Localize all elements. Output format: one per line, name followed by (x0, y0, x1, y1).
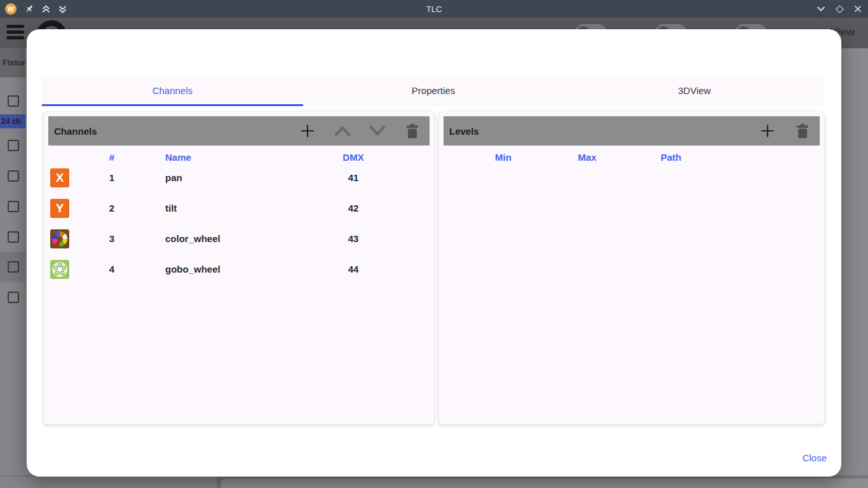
channel-name: pan (165, 163, 299, 193)
channels-panel-title: Channels (54, 126, 97, 137)
fixture-checkbox[interactable] (8, 95, 19, 107)
bottom-panel-right (221, 478, 868, 488)
add-level-button[interactable] (759, 123, 776, 139)
close-button[interactable]: Close (803, 452, 827, 463)
minimize-icon[interactable] (817, 5, 825, 13)
col-header-min: Min (461, 149, 545, 166)
fixture-checkbox[interactable] (8, 292, 19, 303)
fixture-checkbox[interactable] (8, 201, 19, 212)
gobo-wheel-icon (50, 260, 69, 281)
channel-name: tilt (165, 193, 299, 224)
hamburger-menu-icon[interactable] (6, 25, 24, 42)
levels-panel-title: Levels (449, 126, 479, 137)
channels-panel: Channels (43, 111, 435, 424)
channel-row[interactable]: 3 color_wheel 43 (48, 224, 430, 254)
delete-level-button[interactable] (794, 123, 811, 139)
channel-dmx: 41 (302, 163, 404, 193)
col-header-max: Max (545, 149, 629, 166)
channel-dmx: 42 (302, 193, 404, 224)
add-channel-button[interactable] (299, 123, 316, 139)
fixture-checkbox[interactable] (8, 231, 19, 243)
dialog-tabbar: Channels Properties 3DView (42, 76, 825, 106)
channel-number: 3 (86, 224, 137, 254)
profile-dialog: "SCN-800" - "Default" profile Channels P… (27, 29, 841, 477)
shade-up-icon[interactable] (42, 5, 50, 13)
fixture-checkbox[interactable] (8, 140, 19, 151)
window-title: TLC (0, 4, 868, 14)
move-channel-up-button[interactable] (334, 123, 351, 139)
channel-dmx: 43 (302, 224, 404, 254)
channels-rows: X 1 pan 41 Y 2 tilt 42 3 color_wheel 43 (48, 163, 430, 285)
shade-down-icon[interactable] (58, 5, 67, 13)
delete-channel-button[interactable] (404, 123, 421, 139)
fixture-checkbox[interactable] (8, 170, 19, 182)
channel-dmx: 44 (302, 254, 404, 285)
fixtures-sidebar-dimmed: Fixtures 24 ch (0, 48, 25, 477)
levels-column-headers: Min Max Path (444, 149, 820, 166)
channel-row[interactable]: Y 2 tilt 42 (48, 193, 430, 224)
color-wheel-icon (50, 229, 69, 248)
tab-properties[interactable]: Properties (303, 76, 564, 106)
app-window-icon[interactable]: W (5, 3, 17, 15)
axis-y-icon: Y (50, 199, 69, 218)
fixture-checkbox[interactable] (8, 261, 19, 273)
close-window-icon[interactable] (854, 5, 862, 13)
bottom-backdrop (0, 475, 868, 488)
tab-channels[interactable]: Channels (42, 76, 303, 106)
pin-icon[interactable] (25, 4, 34, 13)
selected-channel-row[interactable]: 24 ch (0, 114, 25, 128)
fixtures-header: Fixtures (0, 48, 25, 78)
screen: W TLC (0, 0, 868, 488)
move-channel-down-button[interactable] (369, 123, 386, 139)
os-titlebar: W TLC (0, 0, 868, 18)
bottom-panel-left (0, 477, 217, 488)
levels-panel: Levels Min Max P (438, 111, 825, 424)
highlighted-fixture-row[interactable] (0, 252, 25, 282)
channels-panel-header: Channels (48, 116, 430, 146)
maximize-icon[interactable] (836, 5, 844, 13)
channel-name: gobo_wheel (165, 254, 299, 285)
channel-name: color_wheel (165, 224, 299, 254)
tab-3dview[interactable]: 3DView (564, 76, 825, 106)
channel-row[interactable]: 4 gobo_wheel 44 (48, 254, 430, 285)
levels-panel-header: Levels (444, 116, 820, 146)
channel-number: 4 (86, 254, 137, 285)
channel-row[interactable]: X 1 pan 41 (48, 163, 430, 193)
col-header-path: Path (629, 149, 713, 166)
channel-number: 1 (86, 163, 137, 193)
axis-x-icon: X (50, 168, 69, 187)
channel-number: 2 (86, 193, 137, 224)
